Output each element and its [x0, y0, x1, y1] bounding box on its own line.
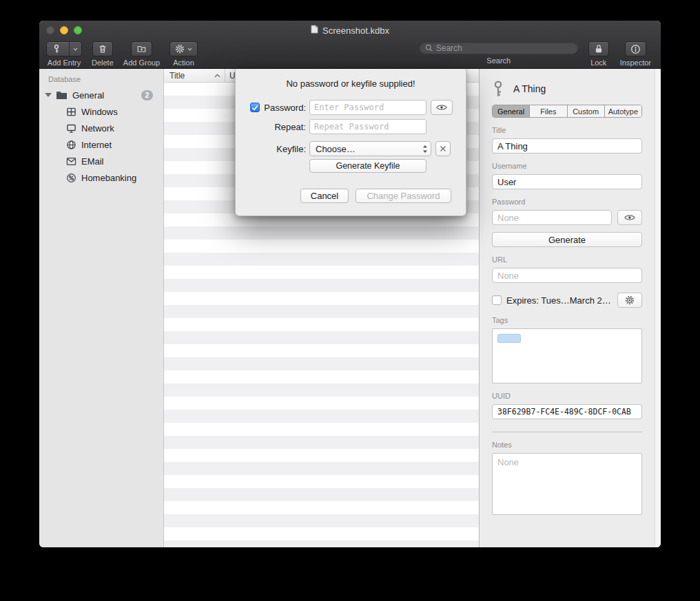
action-button[interactable] — [169, 41, 198, 56]
dialog-buttons: Cancel Change Password — [300, 189, 451, 203]
window-title-text: Screenshot.kdbx — [322, 25, 389, 36]
cancel-button[interactable]: Cancel — [300, 189, 349, 203]
inspector-scrollbar[interactable] — [655, 69, 661, 547]
titlebar[interactable]: Screenshot.kdbx — [39, 21, 661, 40]
toolbar-item-lock: Lock — [588, 41, 609, 67]
gear-icon — [175, 44, 185, 54]
trash-icon — [98, 44, 107, 54]
url-field-label: URL — [492, 255, 642, 264]
password-field-label: Password — [492, 198, 642, 206]
window-chrome: Screenshot.kdbx Add Entry — [39, 21, 661, 69]
delete-label: Delete — [92, 59, 114, 67]
inspector-tabs: General Files Custom Autotype — [492, 105, 642, 118]
traffic-lights — [46, 26, 82, 34]
popup-stepper-icon — [422, 145, 428, 154]
add-group-button[interactable] — [131, 41, 152, 56]
sidebar-item-network[interactable]: Network — [39, 120, 163, 136]
minimize-button[interactable] — [60, 26, 68, 34]
inspector-button[interactable] — [625, 41, 646, 56]
search-icon — [425, 44, 433, 52]
search-label: Search — [486, 56, 511, 65]
change-password-button[interactable]: Change Password — [356, 189, 451, 203]
document-icon — [311, 25, 318, 36]
chevron-down-icon — [187, 48, 192, 51]
toolbar-right-group: Lock Inspector — [588, 41, 651, 67]
dialog-password-input[interactable] — [309, 100, 426, 115]
uuid-field[interactable] — [492, 404, 642, 419]
tab-custom[interactable]: Custom — [567, 105, 604, 117]
password-field[interactable] — [492, 210, 612, 225]
add-entry-dropdown[interactable] — [69, 42, 81, 56]
tags-label: Tags — [492, 316, 642, 324]
app-window: Screenshot.kdbx Add Entry — [39, 21, 661, 547]
tags-box[interactable] — [492, 328, 642, 383]
zoom-button[interactable] — [74, 26, 82, 34]
clear-keyfile-button[interactable] — [435, 141, 451, 156]
close-button[interactable] — [46, 26, 54, 34]
entry-count-badge: 2 — [141, 90, 153, 101]
lock-button[interactable] — [588, 41, 609, 56]
expires-row: Expires: Tues…March 2015 — [492, 293, 642, 308]
url-field[interactable] — [492, 268, 642, 283]
delete-button[interactable] — [92, 41, 113, 56]
username-field[interactable] — [492, 174, 642, 189]
username-field-label: Username — [492, 162, 642, 170]
key-icon — [47, 42, 66, 56]
expires-checkbox[interactable] — [492, 295, 502, 305]
password-dialog: No password or keyfile supplied! Passwor… — [235, 69, 466, 216]
folder-plus-icon — [136, 44, 147, 54]
disclosure-triangle-icon[interactable] — [45, 93, 52, 97]
generate-keyfile-button[interactable]: Generate Keyfile — [309, 159, 426, 173]
tab-general[interactable]: General — [493, 105, 529, 117]
gear-icon — [625, 295, 635, 305]
lock-label: Lock — [590, 59, 606, 67]
dialog-message: No password or keyfile supplied! — [236, 78, 466, 89]
tab-autotype[interactable]: Autotype — [604, 105, 641, 117]
dialog-keyfile-row: Keyfile: Choose… — [236, 141, 466, 156]
toolbar-item-add-entry: Add Entry — [46, 41, 82, 67]
notes-field[interactable] — [492, 453, 642, 515]
dialog-keyfile-label: Keyfile: — [260, 144, 306, 154]
expires-settings-button[interactable] — [617, 293, 642, 308]
toolbar-left-group: Add Entry Delete Add Group — [46, 41, 198, 67]
close-icon — [440, 145, 446, 152]
sidebar-item-email[interactable]: EMail — [39, 153, 163, 169]
lock-icon — [595, 44, 603, 54]
sidebar-item-label: Network — [81, 123, 114, 134]
dialog-repeat-input[interactable] — [309, 119, 426, 134]
title-field-label: Title — [492, 126, 642, 134]
title-field[interactable] — [492, 138, 642, 154]
sidebar-item-general[interactable]: General 2 — [39, 87, 163, 103]
password-checkbox[interactable] — [250, 103, 260, 112]
reveal-password-button[interactable] — [617, 210, 642, 225]
entry-title: A Thing — [513, 83, 546, 94]
dialog-repeat-label: Repeat: — [260, 122, 306, 132]
sidebar-item-homebanking[interactable]: Homebanking — [39, 169, 163, 186]
keyfile-popup-button[interactable]: Choose… — [309, 141, 431, 156]
add-entry-button[interactable] — [46, 41, 82, 56]
dialog-password-row: Password: — [236, 100, 466, 115]
search-field[interactable] — [419, 41, 579, 54]
tab-files[interactable]: Files — [529, 105, 566, 117]
inspector-label: Inspector — [620, 59, 651, 67]
add-entry-label: Add Entry — [48, 59, 81, 67]
dialog-reveal-password-button[interactable] — [431, 100, 453, 115]
sidebar-item-label: EMail — [81, 156, 104, 167]
dialog-repeat-row: Repeat: — [236, 119, 466, 134]
expires-label: Expires: Tues…March 2015 — [506, 295, 612, 306]
dialog-password-label: Password: — [260, 103, 306, 113]
info-icon — [630, 44, 641, 54]
tag-chip[interactable] — [497, 334, 521, 343]
window-title: Screenshot.kdbx — [311, 25, 389, 36]
toolbar-item-delete: Delete — [92, 41, 114, 67]
add-group-label: Add Group — [123, 59, 160, 67]
generate-password-button[interactable]: Generate — [492, 232, 642, 247]
toolbar-item-action: Action — [169, 41, 198, 67]
sidebar-item-label: General — [72, 90, 104, 101]
column-header-username[interactable]: U — [225, 69, 236, 82]
eye-icon — [624, 214, 635, 221]
search-input[interactable] — [436, 43, 573, 53]
column-header-title[interactable]: Title — [164, 69, 225, 82]
sidebar-item-internet[interactable]: Internet — [39, 136, 163, 153]
sidebar-item-windows[interactable]: Windows — [39, 103, 163, 120]
